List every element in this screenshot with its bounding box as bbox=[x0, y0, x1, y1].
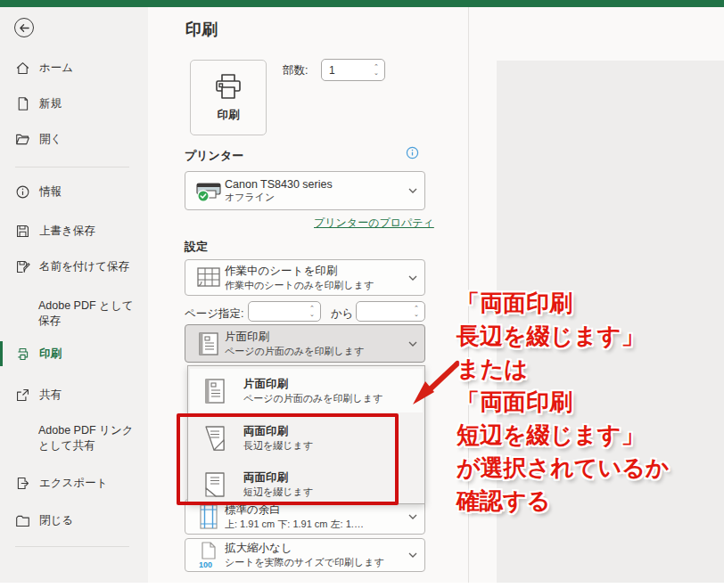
save-as-icon bbox=[15, 259, 30, 274]
option-title: 片面印刷 bbox=[243, 377, 383, 392]
duplex-current-subtitle: ページの片面のみを印刷します bbox=[225, 345, 407, 358]
sidebar-item-label: Adobe PDF として bbox=[38, 298, 145, 314]
sidebar-divider bbox=[15, 167, 129, 167]
copies-input[interactable] bbox=[322, 64, 368, 77]
sidebar-divider bbox=[15, 546, 129, 547]
chevron-down-icon bbox=[407, 514, 419, 519]
page-title: 印刷 bbox=[185, 19, 218, 40]
printer-properties-link[interactable]: プリンターのプロパティ bbox=[314, 216, 434, 231]
bottom-strip bbox=[0, 583, 724, 588]
sidebar-item-close[interactable]: 閉じる bbox=[0, 509, 148, 532]
duplex-option-short-edge[interactable]: 両面印刷 短辺を綴じます bbox=[190, 462, 423, 506]
sidebar-item-print[interactable]: 印刷 bbox=[0, 342, 148, 365]
title-bar bbox=[0, 0, 724, 7]
printer-status: オフライン bbox=[225, 191, 407, 204]
print-button[interactable]: 印刷 bbox=[190, 60, 267, 135]
duplex-short-edge-icon bbox=[202, 470, 243, 499]
pages-to-stepper[interactable]: ⌃⌄ bbox=[356, 301, 425, 322]
option-title: 両面印刷 bbox=[243, 424, 313, 439]
pages-to-label: から bbox=[331, 306, 354, 322]
printer-section-heading: プリンター bbox=[185, 148, 243, 164]
sidebar-item-label: エクスポート bbox=[39, 476, 107, 491]
duplex-option-one-sided[interactable]: 片面印刷 ページの片面のみを印刷します bbox=[190, 369, 423, 412]
svg-text:100: 100 bbox=[199, 560, 212, 569]
copies-stepper[interactable]: ⌃⌄ bbox=[321, 59, 385, 81]
printer-device-icon bbox=[193, 177, 225, 204]
duplex-current-title: 片面印刷 bbox=[225, 330, 407, 345]
option-subtitle: 短辺を綴じます bbox=[243, 486, 313, 499]
duplex-dropdown[interactable]: 片面印刷 ページの片面のみを印刷します bbox=[185, 324, 425, 363]
sidebar-item-new[interactable]: 開く 新規 bbox=[0, 92, 148, 115]
duplex-option-long-edge[interactable]: 両面印刷 長辺を綴じます bbox=[190, 416, 423, 460]
printer-button-icon bbox=[211, 72, 245, 102]
chevron-down-icon bbox=[407, 275, 419, 281]
close-folder-icon bbox=[15, 513, 30, 528]
sidebar-item-save-as[interactable]: 名前を付けて保存 bbox=[0, 255, 148, 278]
option-title: 両面印刷 bbox=[243, 470, 313, 486]
sidebar-item-label: 上書き保存 bbox=[39, 224, 95, 239]
open-folder-icon bbox=[15, 132, 30, 147]
active-sheet-icon bbox=[193, 265, 225, 290]
sidebar-item-label: として共有 bbox=[38, 438, 145, 453]
chevron-down-icon bbox=[407, 188, 419, 193]
home-icon bbox=[15, 61, 30, 76]
pages-from-input[interactable] bbox=[249, 306, 304, 318]
sidebar-item-share[interactable]: 共有 bbox=[0, 383, 148, 406]
excel-backstage-print-view: ホーム 開く 新規 開く 情報 上書き保存 名前を付けて保存 Adobe PDF bbox=[0, 0, 724, 588]
info-circle-icon[interactable] bbox=[406, 146, 419, 159]
one-sided-icon bbox=[193, 331, 225, 357]
column-divider bbox=[468, 7, 469, 584]
copies-label: 部数: bbox=[283, 63, 308, 78]
sidebar-item-share-adobe-pdf-link[interactable]: Adobe PDF リンク として共有 bbox=[38, 423, 145, 453]
duplex-long-edge-icon bbox=[202, 424, 243, 453]
back-button[interactable] bbox=[14, 18, 34, 37]
chevron-down-icon bbox=[407, 552, 419, 558]
pages-to-spinner-arrows[interactable]: ⌃⌄ bbox=[408, 306, 424, 317]
sidebar-item-label: 情報 bbox=[39, 184, 62, 200]
print-icon bbox=[15, 347, 30, 362]
save-icon bbox=[15, 224, 30, 239]
sidebar-item-label: 保存 bbox=[38, 314, 145, 329]
scaling-subtitle: シートを実際のサイズで印刷します bbox=[225, 556, 407, 569]
print-what-subtitle: 作業中のシートのみを印刷します bbox=[225, 279, 407, 292]
margins-subtitle: 上: 1.91 cm 下: 1.91 cm 左: 1.… bbox=[225, 518, 407, 531]
sidebar-item-save-adobe-pdf[interactable]: Adobe PDF として 保存 bbox=[38, 298, 145, 329]
print-what-dropdown[interactable]: 作業中のシートを印刷 作業中のシートのみを印刷します bbox=[185, 259, 425, 296]
sidebar-item-label: 印刷 bbox=[39, 347, 62, 362]
printer-select-dropdown[interactable]: Canon TS8430 series オフライン bbox=[185, 171, 425, 210]
sidebar-item-label: 名前を付けて保存 bbox=[39, 259, 129, 274]
printer-name: Canon TS8430 series bbox=[225, 178, 407, 191]
pages-from-stepper[interactable]: ⌃⌄ bbox=[248, 301, 321, 322]
sidebar-item-label: 共有 bbox=[39, 388, 62, 403]
pages-to-input[interactable] bbox=[357, 306, 408, 318]
sidebar-item-label: 閉じる bbox=[39, 513, 73, 528]
scaling-dropdown[interactable]: 100 拡大縮小なし シートを実際のサイズで印刷します bbox=[185, 538, 425, 572]
export-icon bbox=[15, 476, 30, 491]
scaling-title: 拡大縮小なし bbox=[225, 541, 407, 556]
back-arrow-icon bbox=[19, 22, 30, 34]
print-preview-area bbox=[497, 61, 724, 584]
one-sided-icon bbox=[202, 377, 243, 405]
sidebar-item-open[interactable]: 開く bbox=[0, 127, 148, 151]
pages-label: ページ指定: bbox=[185, 306, 244, 322]
sidebar-item-info[interactable]: 情報 bbox=[0, 180, 148, 203]
duplex-options-list: 片面印刷 ページの片面のみを印刷します 両面印刷 長辺を綴じます 両面印刷 短辺… bbox=[187, 365, 425, 504]
spinner-down-icon: ⌄ bbox=[309, 312, 315, 317]
new-document-icon bbox=[15, 96, 30, 111]
share-icon bbox=[15, 388, 30, 403]
option-subtitle: ページの片面のみを印刷します bbox=[243, 392, 383, 405]
spinner-down-icon: ⌄ bbox=[374, 70, 379, 76]
settings-section-heading: 設定 bbox=[185, 239, 208, 255]
sidebar-item-label: 開く bbox=[39, 132, 62, 147]
info-icon bbox=[15, 184, 30, 200]
margins-icon bbox=[193, 503, 225, 530]
sidebar-item-home[interactable]: ホーム bbox=[0, 56, 148, 79]
pages-from-spinner-arrows[interactable]: ⌃⌄ bbox=[304, 306, 320, 317]
spinner-down-icon: ⌄ bbox=[414, 312, 419, 317]
copies-spinner-arrows[interactable]: ⌃⌄ bbox=[368, 64, 384, 76]
sidebar-item-export[interactable]: エクスポート bbox=[0, 471, 148, 494]
print-button-label: 印刷 bbox=[218, 108, 240, 123]
scaling-icon: 100 bbox=[193, 541, 225, 569]
sidebar-item-save[interactable]: 上書き保存 bbox=[0, 219, 148, 242]
print-what-title: 作業中のシートを印刷 bbox=[225, 264, 407, 279]
